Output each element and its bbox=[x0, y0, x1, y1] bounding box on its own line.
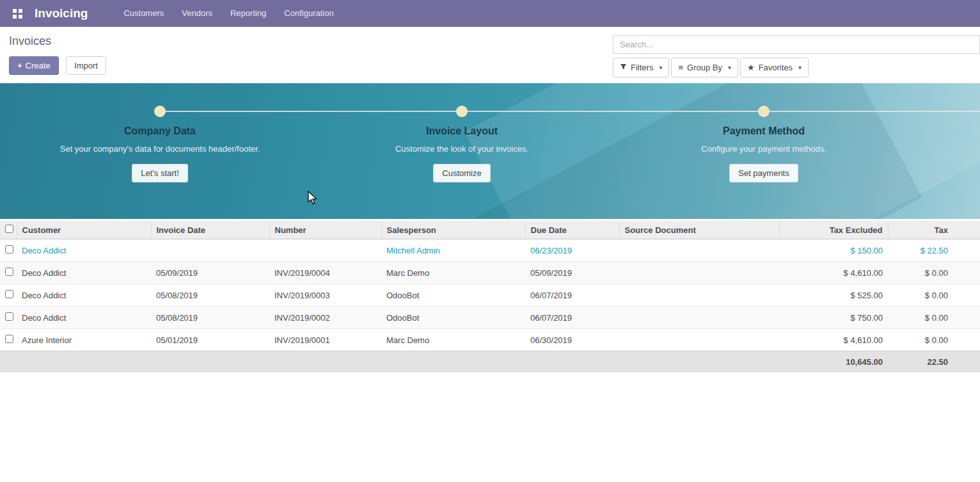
total-tax: 22.50 bbox=[888, 351, 980, 373]
cell-source-document[interactable] bbox=[619, 329, 779, 351]
cell-number[interactable]: INV/2019/0003 bbox=[269, 284, 381, 307]
row-checkbox[interactable] bbox=[5, 290, 13, 298]
cell-salesperson[interactable]: Marc Demo bbox=[381, 329, 525, 351]
cell-tax-excluded[interactable]: $ 750.00 bbox=[779, 307, 888, 329]
cell-invoice-date[interactable]: 05/08/2019 bbox=[151, 307, 269, 329]
cell-invoice-date[interactable]: 05/09/2019 bbox=[151, 262, 269, 284]
column-header-source-document[interactable]: Source Document bbox=[619, 221, 779, 239]
cell-number[interactable]: INV/2019/0002 bbox=[269, 307, 381, 329]
cell-source-document[interactable] bbox=[619, 284, 779, 307]
filters-button[interactable]: Filters ▾ bbox=[613, 58, 669, 77]
menu-reporting[interactable]: Reporting bbox=[221, 0, 275, 27]
column-header-salesperson[interactable]: Salesperson bbox=[381, 221, 525, 239]
group-by-button[interactable]: ≡ Group By ▾ bbox=[671, 58, 738, 77]
chevron-down-icon: ▾ bbox=[659, 64, 662, 71]
top-navbar: Invoicing Customers Vendors Reporting Co… bbox=[0, 0, 980, 27]
select-all-cell bbox=[0, 221, 17, 239]
cell-customer[interactable]: Deco Addict bbox=[17, 307, 151, 329]
cell-source-document[interactable] bbox=[619, 262, 779, 284]
cell-tax[interactable]: $ 0.00 bbox=[888, 307, 980, 329]
column-header-invoice-date[interactable]: Invoice Date bbox=[151, 221, 269, 239]
cell-number[interactable]: INV/2019/0004 bbox=[269, 262, 381, 284]
set-payments-button[interactable]: Set payments bbox=[729, 164, 798, 182]
table-row[interactable]: Deco Addict Mitchell Admin 06/23/2019 $ … bbox=[0, 239, 980, 262]
invoice-list-table: Customer Invoice Date Number Salesperson… bbox=[0, 221, 980, 373]
menu-customers[interactable]: Customers bbox=[115, 0, 173, 27]
row-select-cell bbox=[0, 307, 17, 329]
total-empty-cell bbox=[0, 351, 17, 373]
cell-source-document[interactable] bbox=[619, 239, 779, 262]
row-checkbox[interactable] bbox=[5, 268, 13, 276]
table-row[interactable]: Deco Addict 05/08/2019 INV/2019/0002 Odo… bbox=[0, 307, 980, 329]
customize-button[interactable]: Customize bbox=[433, 164, 490, 182]
cell-invoice-date[interactable]: 05/01/2019 bbox=[151, 329, 269, 351]
favorites-button-label: Favorites bbox=[759, 63, 793, 72]
row-checkbox[interactable] bbox=[5, 245, 13, 253]
cell-salesperson[interactable]: OdooBot bbox=[381, 284, 525, 307]
lets-start-button[interactable]: Let's start! bbox=[132, 164, 188, 182]
cell-due-date[interactable]: 06/07/2019 bbox=[525, 307, 619, 329]
control-panel-right: Filters ▾ ≡ Group By ▾ ★ Favorites ▾ bbox=[613, 27, 980, 83]
cell-customer[interactable]: Deco Addict bbox=[17, 239, 151, 262]
cell-tax-excluded[interactable]: $ 4,610.00 bbox=[779, 329, 888, 351]
mouse-cursor bbox=[308, 191, 317, 207]
row-select-cell bbox=[0, 329, 17, 351]
step-title: Company Data bbox=[38, 125, 281, 137]
cell-customer[interactable]: Deco Addict bbox=[17, 284, 151, 307]
cell-tax[interactable]: $ 22.50 bbox=[888, 239, 980, 262]
cell-tax-excluded[interactable]: $ 150.00 bbox=[779, 239, 888, 262]
column-header-due-date[interactable]: Due Date bbox=[525, 221, 619, 239]
column-header-tax-excluded[interactable]: Tax Excluded bbox=[779, 221, 888, 239]
onboarding-step-invoice-layout: Invoice Layout Customize the look of you… bbox=[340, 106, 583, 182]
favorites-button[interactable]: ★ Favorites ▾ bbox=[740, 58, 809, 77]
select-all-checkbox[interactable] bbox=[5, 225, 13, 233]
filter-icon bbox=[620, 63, 627, 72]
column-header-tax[interactable]: Tax bbox=[888, 221, 980, 239]
table-total-row: 10,645.00 22.50 bbox=[0, 351, 980, 373]
cell-tax[interactable]: $ 0.00 bbox=[888, 284, 980, 307]
cell-customer[interactable]: Azure Interior bbox=[17, 329, 151, 351]
step-dot-icon bbox=[758, 106, 770, 117]
column-header-customer[interactable]: Customer bbox=[17, 221, 151, 239]
table-row[interactable]: Azure Interior 05/01/2019 INV/2019/0001 … bbox=[0, 329, 980, 351]
menu-configuration[interactable]: Configuration bbox=[275, 0, 342, 27]
cell-number[interactable] bbox=[269, 239, 381, 262]
cell-due-date[interactable]: 06/30/2019 bbox=[525, 329, 619, 351]
apps-menu-icon[interactable] bbox=[8, 0, 27, 27]
step-description: Set your company's data for documents he… bbox=[38, 143, 281, 155]
column-header-number[interactable]: Number bbox=[269, 221, 381, 239]
step-dot-icon bbox=[456, 106, 468, 117]
step-title: Payment Method bbox=[642, 125, 885, 137]
cell-due-date[interactable]: 06/23/2019 bbox=[525, 239, 619, 262]
total-tax-excluded: 10,645.00 bbox=[779, 351, 888, 373]
step-dot-icon bbox=[154, 106, 166, 117]
cell-salesperson[interactable]: Mitchell Admin bbox=[381, 239, 525, 262]
table-row[interactable]: Deco Addict 05/08/2019 INV/2019/0003 Odo… bbox=[0, 284, 980, 307]
cell-source-document[interactable] bbox=[619, 307, 779, 329]
page-title: Invoices bbox=[9, 35, 106, 48]
menu-vendors[interactable]: Vendors bbox=[173, 0, 221, 27]
app-title[interactable]: Invoicing bbox=[35, 6, 88, 20]
cell-number[interactable]: INV/2019/0001 bbox=[269, 329, 381, 351]
cell-tax[interactable]: $ 0.00 bbox=[888, 329, 980, 351]
row-checkbox[interactable] bbox=[5, 335, 13, 343]
row-checkbox[interactable] bbox=[5, 312, 13, 321]
cell-tax-excluded[interactable]: $ 4,610.00 bbox=[779, 262, 888, 284]
search-input[interactable] bbox=[613, 35, 980, 54]
cell-due-date[interactable]: 06/07/2019 bbox=[525, 284, 619, 307]
create-button[interactable]: +Create bbox=[9, 56, 59, 75]
chevron-down-icon: ▾ bbox=[728, 64, 731, 71]
cell-due-date[interactable]: 05/09/2019 bbox=[525, 262, 619, 284]
cell-tax[interactable]: $ 0.00 bbox=[888, 262, 980, 284]
cell-invoice-date[interactable] bbox=[151, 239, 269, 262]
import-button[interactable]: Import bbox=[66, 56, 106, 75]
cell-invoice-date[interactable]: 05/08/2019 bbox=[151, 284, 269, 307]
plus-icon: + bbox=[17, 61, 22, 70]
cell-salesperson[interactable]: OdooBot bbox=[381, 307, 525, 329]
cell-tax-excluded[interactable]: $ 525.00 bbox=[779, 284, 888, 307]
cell-customer[interactable]: Deco Addict bbox=[17, 262, 151, 284]
cell-salesperson[interactable]: Marc Demo bbox=[381, 262, 525, 284]
table-row[interactable]: Deco Addict 05/09/2019 INV/2019/0004 Mar… bbox=[0, 262, 980, 284]
onboarding-step-payment-method: Payment Method Configure your payment me… bbox=[642, 106, 885, 182]
table-header-row: Customer Invoice Date Number Salesperson… bbox=[0, 221, 980, 239]
